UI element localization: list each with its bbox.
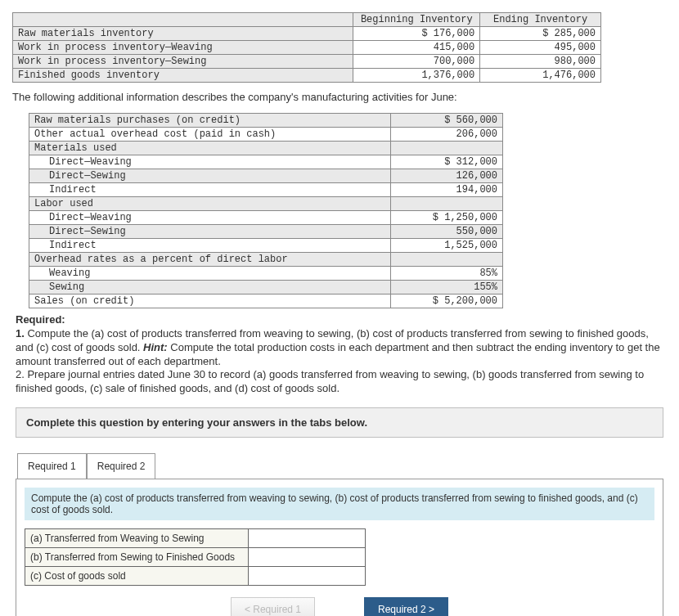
table-row: Direct—Sewing550,000: [29, 224, 503, 238]
inv-beg: 700,000: [353, 55, 480, 69]
tab-required-1[interactable]: Required 1: [17, 453, 87, 479]
activity-value: $ 312,000: [391, 155, 503, 169]
table-row: Other actual overhead cost (paid in cash…: [29, 127, 503, 141]
activity-value: 206,000: [391, 127, 503, 141]
table-row: Sales (on credit)$ 5,200,000: [29, 294, 503, 308]
inv-label: Work in process inventory—Weaving: [13, 41, 353, 55]
answer-label: (c) Cost of goods sold: [25, 567, 249, 586]
activity-value: 155%: [391, 280, 503, 294]
inv-label: Raw materials inventory: [13, 27, 353, 41]
table-row: (c) Cost of goods sold: [25, 567, 366, 586]
inv-end: $ 285,000: [480, 27, 601, 41]
inv-label: Work in process inventory—Sewing: [13, 55, 353, 69]
inv-beg: $ 176,000: [353, 27, 480, 41]
table-row: Weaving85%: [29, 266, 503, 280]
activity-value: 194,000: [391, 182, 503, 196]
prev-button: < Required 1: [231, 597, 315, 616]
table-row: Direct—Weaving$ 1,250,000: [29, 210, 503, 224]
table-row: Direct—Weaving$ 312,000: [29, 155, 503, 169]
answer-cell[interactable]: [249, 529, 366, 548]
narrative-text: The following additional information des…: [12, 91, 667, 105]
activity-label: Raw materials purchases (on credit): [29, 113, 391, 127]
inv-label: Finished goods inventory: [13, 69, 353, 83]
tab-strip: Required 1 Required 2: [17, 452, 667, 479]
inv-beg: 1,376,000: [353, 69, 480, 83]
table-row: Work in process inventory—Sewing 700,000…: [13, 55, 601, 69]
activity-value: $ 1,250,000: [391, 210, 503, 224]
answer-table: (a) Transferred from Weaving to Sewing (…: [25, 528, 366, 586]
activity-value: [391, 196, 503, 210]
required-heading: Required:: [16, 313, 65, 326]
table-row: Materials used: [29, 141, 503, 155]
activity-value: $ 560,000: [391, 113, 503, 127]
activity-label: Sewing: [29, 280, 391, 294]
nav-buttons: < Required 1 Required 2 >: [25, 597, 654, 616]
activity-label: Overhead rates as a percent of direct la…: [29, 252, 391, 266]
answer-input-b[interactable]: [254, 551, 360, 564]
activity-value: [391, 141, 503, 155]
answer-label: (b) Transferred from Sewing to Finished …: [25, 548, 249, 567]
table-row: Indirect194,000: [29, 182, 503, 196]
beginning-inventory-header: Beginning Inventory: [353, 13, 480, 27]
activities-table: Raw materials purchases (on credit)$ 560…: [29, 113, 503, 308]
activity-label: Materials used: [29, 141, 391, 155]
tab-content-required-1: Compute the (a) cost of products transfe…: [16, 479, 663, 616]
table-row: Overhead rates as a percent of direct la…: [29, 252, 503, 266]
req2-text: 2. Prepare journal entries dated June 30…: [16, 368, 644, 394]
activity-label: Indirect: [29, 238, 391, 252]
answer-label: (a) Transferred from Weaving to Sewing: [25, 529, 249, 548]
hint-label: Hint:: [143, 341, 168, 353]
next-label: Required 2: [378, 604, 426, 615]
inv-beg: 415,000: [353, 41, 480, 55]
blank-header: [13, 13, 353, 27]
activity-value: $ 5,200,000: [391, 294, 503, 308]
table-row: Finished goods inventory 1,376,000 1,476…: [13, 69, 601, 83]
next-button[interactable]: Required 2 >: [364, 597, 448, 616]
activity-label: Direct—Sewing: [29, 224, 391, 238]
complete-instruction-bar: Complete this question by entering your …: [16, 407, 663, 438]
table-row: Work in process inventory—Weaving 415,00…: [13, 41, 601, 55]
table-row: Labor used: [29, 196, 503, 210]
tab1-instruction: Compute the (a) cost of products transfe…: [25, 488, 654, 520]
answer-input-a[interactable]: [254, 532, 360, 545]
activity-value: 126,000: [391, 169, 503, 182]
table-row: Raw materials inventory $ 176,000 $ 285,…: [13, 27, 601, 41]
activity-label: Weaving: [29, 266, 391, 280]
table-row: Raw materials purchases (on credit)$ 560…: [29, 113, 503, 127]
activity-value: 85%: [391, 266, 503, 280]
req1-num: 1.: [16, 327, 27, 339]
activity-label: Labor used: [29, 196, 391, 210]
table-row: Direct—Sewing126,000: [29, 169, 503, 182]
answer-input-c[interactable]: [254, 569, 360, 582]
activity-label: Other actual overhead cost (paid in cash…: [29, 127, 391, 141]
table-row: Sewing155%: [29, 280, 503, 294]
activity-value: [391, 252, 503, 266]
inv-end: 495,000: [480, 41, 601, 55]
answer-cell[interactable]: [249, 548, 366, 567]
ending-inventory-header: Ending Inventory: [480, 13, 601, 27]
table-row: (b) Transferred from Sewing to Finished …: [25, 548, 366, 567]
activity-value: 550,000: [391, 224, 503, 238]
activity-value: 1,525,000: [391, 238, 503, 252]
chevron-right-icon: >: [426, 604, 434, 615]
inventory-table: Beginning Inventory Ending Inventory Raw…: [12, 12, 601, 83]
inv-end: 1,476,000: [480, 69, 601, 83]
prev-label: Required 1: [253, 604, 301, 615]
answer-cell[interactable]: [249, 567, 366, 586]
chevron-left-icon: <: [245, 604, 253, 615]
activity-label: Direct—Weaving: [29, 155, 391, 169]
required-section: Required: 1. Compute the (a) cost of pro…: [16, 313, 663, 396]
activity-label: Direct—Sewing: [29, 169, 391, 182]
activity-label: Direct—Weaving: [29, 210, 391, 224]
tab-required-2[interactable]: Required 2: [87, 453, 156, 479]
table-row: (a) Transferred from Weaving to Sewing: [25, 529, 366, 548]
activity-label: Sales (on credit): [29, 294, 391, 308]
table-row: Indirect1,525,000: [29, 238, 503, 252]
activity-label: Indirect: [29, 182, 391, 196]
inv-end: 980,000: [480, 55, 601, 69]
